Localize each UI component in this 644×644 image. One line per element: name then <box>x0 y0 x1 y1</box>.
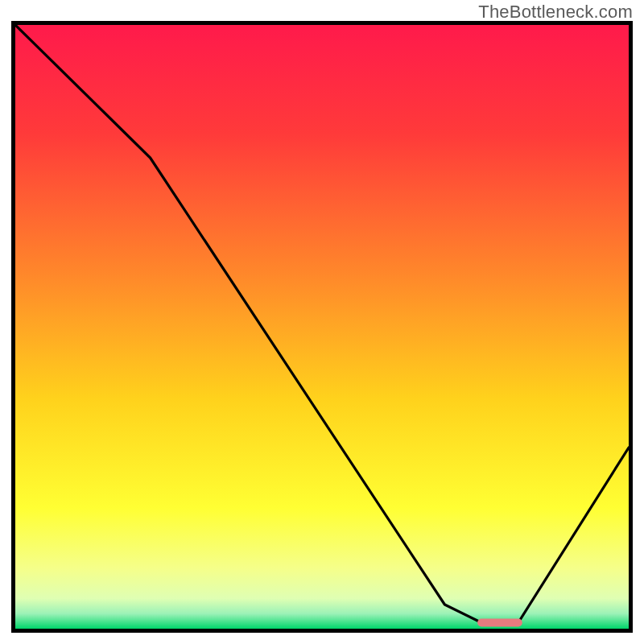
chart-frame: TheBottleneck.com <box>0 0 644 644</box>
plot-area <box>11 21 633 633</box>
chart-svg <box>15 25 629 629</box>
watermark-text: TheBottleneck.com <box>478 2 633 23</box>
